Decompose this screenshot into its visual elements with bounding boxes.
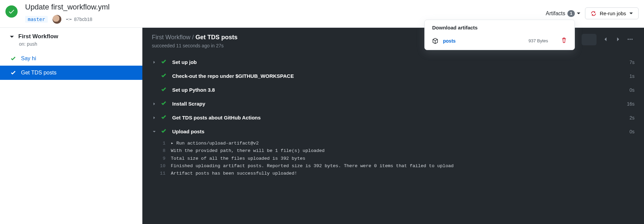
step-duration: 16s	[627, 101, 635, 107]
prev-result-button[interactable]	[603, 36, 609, 43]
check-icon	[10, 55, 16, 62]
step-label: Install Scrapy	[172, 101, 627, 107]
step-label: Set up job	[172, 59, 629, 65]
step-row[interactable]: Get TDS posts about GitHub Actions2s	[142, 111, 644, 125]
check-icon	[161, 59, 167, 66]
log-line: 11Artifact posts has been successfully u…	[159, 170, 635, 177]
step-label: Get TDS posts about GitHub Actions	[172, 115, 629, 120]
step-row[interactable]: Check-out the repo under $GITHUB_WORKSPA…	[142, 69, 644, 83]
chevron-right-icon[interactable]	[152, 61, 157, 64]
check-icon	[161, 72, 167, 80]
chevron-right-icon[interactable]	[152, 102, 157, 106]
artifacts-popover-title: Download artifacts	[425, 25, 575, 34]
artifacts-count-badge: 1	[567, 10, 575, 17]
svg-point-1	[629, 39, 631, 40]
step-duration: 1s	[629, 73, 635, 79]
step-row[interactable]: Upload posts0s	[142, 125, 644, 138]
check-icon	[161, 114, 167, 121]
workflow-subtitle: on: push	[0, 41, 142, 51]
artifacts-popover: Download artifacts posts 937 Bytes	[424, 20, 575, 50]
log-line: 8With the provided path, there will be 1…	[159, 147, 635, 155]
chevron-down-icon[interactable]	[152, 130, 157, 133]
branch-badge[interactable]: master	[25, 16, 48, 23]
svg-point-0	[628, 39, 629, 40]
log-line: 1▸ Run actions/upload-artifact@v2	[159, 140, 635, 147]
jobs-sidebar: First Workflow on: push Say hi Get TDS p…	[0, 28, 142, 224]
job-item-say-hi[interactable]: Say hi	[0, 51, 142, 66]
step-row[interactable]: Install Scrapy16s	[142, 97, 644, 111]
commit-icon	[66, 17, 72, 22]
step-duration: 2s	[629, 115, 635, 120]
check-icon	[161, 100, 167, 107]
artifact-name[interactable]: posts	[443, 38, 528, 44]
check-icon	[161, 128, 167, 135]
log-search-input[interactable]	[582, 34, 597, 45]
step-log-output: 1▸ Run actions/upload-artifact@v28With t…	[142, 138, 644, 183]
next-result-button[interactable]	[615, 36, 621, 43]
svg-point-2	[631, 39, 633, 40]
chevron-down-icon	[9, 34, 14, 39]
job-item-get-tds-posts[interactable]: Get TDS posts	[0, 66, 142, 80]
log-line: 10Finished uploading artifact posts. Rep…	[159, 162, 635, 170]
package-icon	[432, 38, 438, 44]
caret-down-icon	[577, 13, 580, 14]
rerun-jobs-button[interactable]: Re-run jobs	[585, 7, 639, 19]
check-icon	[161, 86, 167, 93]
artifact-row[interactable]: posts 937 Bytes	[425, 34, 575, 48]
commit-hash[interactable]: 87bcb18	[66, 17, 93, 22]
step-duration: 7s	[629, 60, 635, 65]
page-header: Update first_workflow.yml master 87bcb18…	[0, 0, 644, 28]
step-duration: 0s	[629, 87, 635, 93]
step-row[interactable]: Set up Python 3.80s	[142, 83, 644, 97]
sync-icon	[591, 11, 596, 16]
artifacts-dropdown-trigger[interactable]: Artifacts 1	[546, 10, 580, 17]
log-options-button[interactable]	[627, 36, 633, 43]
job-breadcrumb: First Workflow / Get TDS posts	[152, 34, 238, 41]
step-label: Set up Python 3.8	[172, 87, 629, 93]
caret-down-icon	[629, 13, 633, 14]
step-label: Upload posts	[172, 129, 629, 134]
step-row[interactable]: Set up job7s	[142, 55, 644, 69]
step-duration: 0s	[629, 129, 635, 134]
author-avatar[interactable]	[53, 15, 61, 24]
delete-artifact-button[interactable]	[561, 37, 567, 44]
step-list: Set up job7sCheck-out the repo under $GI…	[142, 53, 644, 188]
run-status-icon	[5, 5, 18, 18]
commit-title[interactable]: Update first_workflow.yml	[25, 3, 109, 12]
log-line: 9Total size of all the files uploaded is…	[159, 155, 635, 162]
workflow-header[interactable]: First Workflow	[0, 28, 142, 41]
chevron-right-icon[interactable]	[152, 116, 157, 119]
job-status-line: succeeded 11 seconds ago in 27s	[152, 43, 238, 48]
step-label: Check-out the repo under $GITHUB_WORKSPA…	[172, 73, 629, 79]
artifact-size: 937 Bytes	[528, 38, 548, 43]
job-log-pane: First Workflow / Get TDS posts succeeded…	[142, 28, 644, 224]
check-icon	[10, 70, 16, 76]
